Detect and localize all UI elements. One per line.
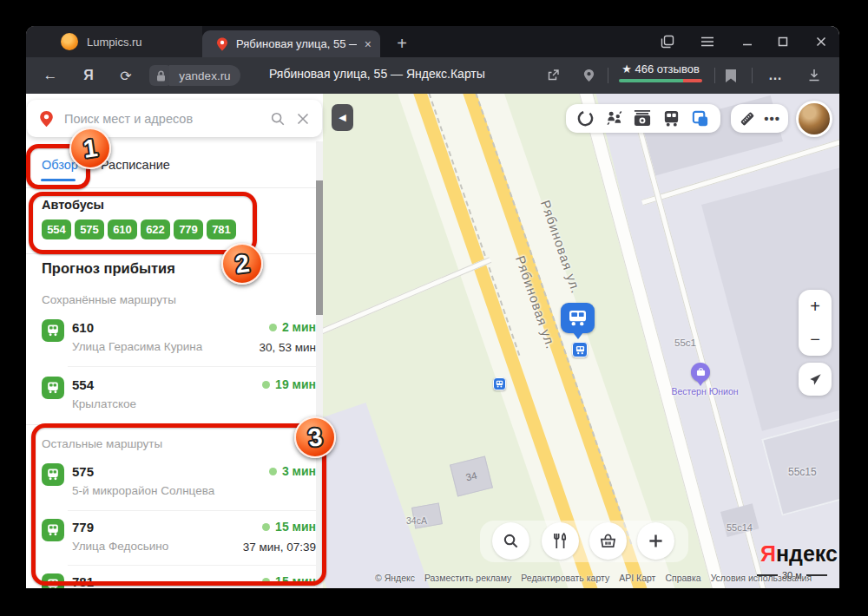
ruler-icon[interactable] <box>739 110 756 128</box>
building-label: 34сА <box>406 515 427 526</box>
route-destination: Улица Герасима Курина <box>72 340 202 353</box>
building-label: 55с14 <box>727 522 753 533</box>
route-eta: 2 мин <box>269 320 316 334</box>
extensions-more-button[interactable]: … <box>764 64 786 87</box>
bus-stop-icon[interactable] <box>493 377 506 390</box>
tabs-panel-icon[interactable] <box>658 34 677 49</box>
link-edit-map[interactable]: Редактировать карту <box>521 573 609 583</box>
back-button[interactable]: ← <box>40 64 61 87</box>
tab-bar: Lumpics.ru Рябиновая улица, 55 — × + <box>26 26 839 57</box>
link-place-ad[interactable]: Разместить рекламу <box>424 573 511 583</box>
annotation-rect-3 <box>31 423 326 586</box>
tab-label: Рябиновая улица, 55 — <box>236 37 357 50</box>
western-union-marker[interactable] <box>691 363 710 382</box>
annotation-rect-2 <box>29 192 257 254</box>
bus-stop-marker[interactable] <box>561 303 595 333</box>
lumpics-favicon-icon <box>61 33 78 50</box>
new-tab-button[interactable]: + <box>389 31 415 56</box>
forecast-title: Прогноз прибытия <box>42 260 175 277</box>
poi-label: Вестерн Юнион <box>661 386 748 396</box>
zoom-control: + − <box>799 290 832 356</box>
bus-route-icon <box>42 319 64 342</box>
route-eta: 19 мин <box>262 377 316 391</box>
scrollbar-thumb[interactable] <box>316 180 323 315</box>
reviews-widget[interactable]: ★ 466 отзывов <box>619 62 702 82</box>
add-place-button[interactable] <box>637 522 674 560</box>
tab-label: Lumpics.ru <box>87 36 142 49</box>
browser-toolbar: ← Я ⟳ yandex.ru Рябиновая улица, 55 — Ян… <box>26 57 839 94</box>
route-number: 610 <box>72 320 94 335</box>
search-card <box>27 100 322 137</box>
separator <box>714 68 715 83</box>
downloads-icon[interactable] <box>804 64 825 87</box>
saved-routes-label: Сохранённые маршруты <box>42 293 176 306</box>
live-dot <box>262 381 270 389</box>
search-icon[interactable] <box>270 111 286 127</box>
link-help[interactable]: Справка <box>665 573 700 583</box>
divider <box>68 366 317 367</box>
bus-route-icon <box>42 377 64 399</box>
collapse-panel-button[interactable]: ◀ <box>332 104 353 131</box>
page-title: Рябиновая улица, 55 — Яндекс.Карты <box>269 67 485 81</box>
map-canvas[interactable]: 34 34сА Рябиновая ул. Рябиновая ул. 55с1… <box>323 94 839 588</box>
map-pin-icon <box>39 110 54 128</box>
minimize-button[interactable] <box>738 34 757 49</box>
refresh-button[interactable]: ⟳ <box>115 64 136 87</box>
layers-icon[interactable] <box>691 109 710 128</box>
zoom-in-button[interactable]: + <box>799 290 832 323</box>
locate-me-button[interactable] <box>799 363 832 396</box>
close-window-button[interactable] <box>812 34 831 49</box>
tab-lumpics[interactable]: Lumpics.ru <box>26 26 202 57</box>
annotation-step-3: 3 <box>294 416 336 458</box>
route-destination: Крылатское <box>72 397 136 410</box>
bookmark-icon[interactable] <box>720 64 741 87</box>
tab-yandex-maps[interactable]: Рябиновая улица, 55 — × <box>202 30 380 57</box>
scale-label: 30 м <box>782 570 802 580</box>
map-block-bottom-left <box>323 403 431 588</box>
yandex-browser-icon[interactable]: Я <box>78 64 99 87</box>
reviews-label: ★ 466 отзывов <box>619 62 702 75</box>
avatar <box>799 103 830 134</box>
search-input[interactable] <box>64 112 260 126</box>
route-eta-extra: 30, 53 мин <box>259 341 316 354</box>
maximize-button[interactable] <box>773 34 792 49</box>
quick-search-bar <box>480 521 688 562</box>
building-label: 55с15 <box>788 466 817 478</box>
map-scale: 30 м <box>757 570 827 580</box>
food-category-button[interactable] <box>542 522 579 560</box>
separator <box>608 68 608 83</box>
more-tools-icon[interactable]: ••• <box>764 111 780 126</box>
panoramas-camera-icon[interactable] <box>633 109 652 128</box>
live-dot <box>269 324 277 331</box>
reviews-rating-bar <box>619 79 702 82</box>
bus-stop-icon[interactable] <box>572 342 588 357</box>
route-number: 554 <box>72 377 94 392</box>
map-tools-toolbar: ••• <box>731 104 788 133</box>
building-34: 34 <box>450 455 493 496</box>
building-label: 55с1 <box>674 337 696 348</box>
shopping-category-button[interactable] <box>589 522 627 560</box>
search-category-button[interactable] <box>492 522 529 560</box>
separator <box>752 68 753 83</box>
annotation-step-2: 2 <box>221 243 263 285</box>
clear-search-icon[interactable] <box>296 112 310 126</box>
road-crossing <box>323 257 491 335</box>
map-pin-favicon-icon <box>216 37 228 51</box>
profile-button[interactable] <box>796 101 832 137</box>
map-attribution: © Яндекс Разместить рекламу Редактироват… <box>375 573 812 583</box>
tab-close-icon[interactable]: × <box>365 37 372 51</box>
transport-bus-icon[interactable] <box>662 109 681 128</box>
share-icon[interactable] <box>542 64 563 87</box>
link-api[interactable]: API Карт <box>619 573 655 583</box>
annotation-step-1: 1 <box>69 128 111 169</box>
tab-schedule[interactable]: Расписание <box>101 158 170 172</box>
building-label: 34 <box>464 470 477 483</box>
map-layers-toolbar <box>566 104 720 133</box>
zoom-out-button[interactable]: − <box>799 323 832 356</box>
address-bar[interactable]: yandex.ru <box>169 65 240 86</box>
location-icon[interactable] <box>578 64 599 87</box>
menu-icon[interactable] <box>698 34 717 49</box>
traffic-ring-icon[interactable] <box>576 109 595 128</box>
friends-on-map-icon[interactable] <box>605 109 623 128</box>
copyright-label: © Яндекс <box>375 573 415 583</box>
